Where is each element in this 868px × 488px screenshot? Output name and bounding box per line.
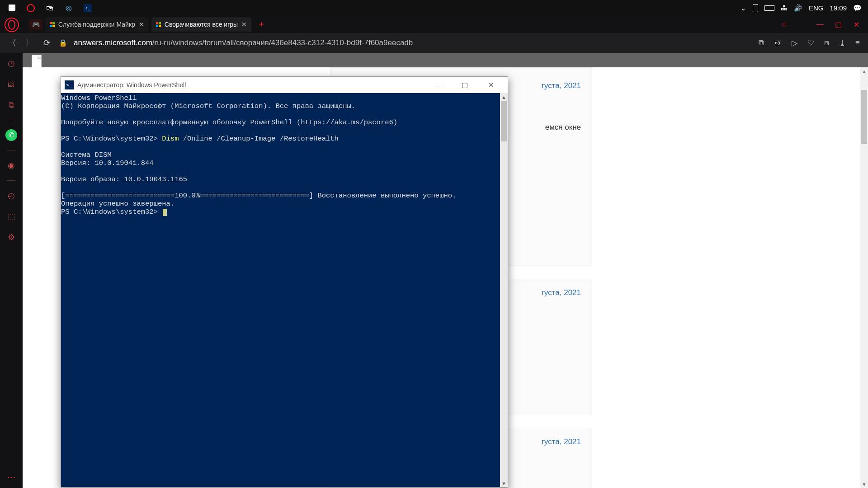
tray-language[interactable]: ENG (809, 4, 824, 12)
window-close-button[interactable]: ✕ (847, 16, 865, 33)
gx-corner-button[interactable]: 🎮 (29, 19, 42, 30)
scroll-down-icon[interactable]: ▼ (500, 479, 508, 487)
ps-line: Операция успешно завершена. (61, 200, 175, 208)
steam-taskbar-icon[interactable]: ◎ (60, 0, 78, 16)
new-tab-button[interactable]: + (255, 18, 268, 31)
page-scrollbar[interactable]: ▲ ▼ (860, 67, 868, 488)
history-icon[interactable]: ◴ (5, 190, 17, 202)
url-host: answers.microsoft.com (74, 38, 152, 47)
easy-setup-icon[interactable]: ≡ (855, 38, 860, 48)
address-bar: 〈 〉 ⟳ 🔒 answers.microsoft.com/ru-ru/wind… (0, 33, 868, 53)
tab-close-icon[interactable]: ✕ (241, 21, 247, 28)
tab-close-icon[interactable]: ✕ (139, 21, 144, 28)
powershell-title: Администратор: Windows PowerShell (77, 81, 186, 89)
tray-phone-icon[interactable] (753, 4, 758, 12)
ps-maximize-button[interactable]: ▢ (452, 77, 478, 93)
url-field[interactable]: 🔒 answers.microsoft.com/ru-ru/windows/fo… (55, 38, 754, 47)
scroll-thumb[interactable] (501, 101, 507, 141)
scroll-down-icon[interactable]: ▼ (860, 480, 868, 488)
browser-sidebar: ◷ 🗂 ⧉ ✆ ◉ ◴ ⬚ ⚙ ⋯ (0, 53, 23, 488)
tray-chevron-icon[interactable]: ⌄ (741, 4, 746, 12)
nav-reload-button[interactable]: ⟳ (38, 34, 55, 52)
twitch-icon[interactable]: ⧉ (5, 99, 17, 111)
tray-notifications-icon[interactable]: 💬 (853, 4, 862, 12)
ps-line: Версия: 10.0.19041.844 (61, 159, 154, 167)
player-icon[interactable]: ◉ (5, 160, 17, 171)
ps-cursor (163, 209, 167, 216)
window-maximize-button[interactable]: ▢ (829, 16, 847, 33)
ps-line: Cистема DISM (61, 151, 112, 159)
document-icon[interactable] (32, 55, 42, 67)
window-minimize-button[interactable]: — (811, 16, 829, 33)
ps-minimize-button[interactable]: — (425, 77, 452, 93)
sidebar-separator (7, 150, 15, 150)
ps-line: Windows PowerShell (61, 94, 137, 102)
powershell-titlebar[interactable]: Администратор: Windows PowerShell — ▢ ✕ (61, 77, 508, 93)
ps-command: Dism (162, 135, 179, 143)
tray-clock[interactable]: 19:09 (830, 4, 847, 12)
opera-menu-button[interactable] (5, 18, 19, 32)
ps-line: (C) Корпорация Майкрософт (Microsoft Cor… (61, 102, 355, 110)
scroll-up-icon[interactable]: ▲ (860, 67, 868, 75)
downloads-icon[interactable]: ⤓ (839, 38, 845, 48)
ps-line: Версия образа: 10.0.19043.1165 (61, 175, 187, 183)
url-path: /ru-ru/windows/forum/all/сворачив/436e84… (152, 38, 413, 47)
tab-forum[interactable]: Сворачиваются все игры ✕ (151, 17, 251, 32)
snapshot-icon[interactable]: ⧉ (759, 38, 764, 48)
ms-favicon-icon (50, 22, 55, 27)
powershell-window: Администратор: Windows PowerShell — ▢ ✕ … (61, 76, 508, 488)
lock-icon: 🔒 (59, 39, 67, 47)
tab-support[interactable]: Служба поддержки Майкр ✕ (45, 17, 149, 32)
nav-back-button[interactable]: 〈 (4, 34, 21, 52)
ms-favicon-icon (156, 22, 161, 27)
settings-icon[interactable]: ⚙ (5, 231, 17, 243)
ps-line: Попробуйте новую кроссплатформенную обол… (61, 118, 397, 127)
ps-args: /Online /Cleanup-Image /RestoreHealth (179, 135, 338, 143)
ps-line: [==========================100.0%=======… (61, 192, 456, 200)
tray-volume-icon[interactable]: 🔊 (794, 4, 802, 12)
sidebar-more-button[interactable]: ⋯ (0, 472, 23, 483)
powershell-icon (65, 80, 74, 89)
sidebar-separator (7, 180, 15, 181)
tab-title: Сворачиваются все игры (165, 21, 238, 28)
windows-taskbar: 🛍 ◎ >_ ⌄ 🖧 🔊 ENG 19:09 💬 (0, 0, 868, 16)
ps-prompt: PS C:\Windows\system32> (61, 135, 162, 143)
ps-scrollbar[interactable]: ▲ ▼ (500, 93, 508, 487)
cube-icon[interactable]: ⧈ (824, 38, 829, 48)
adblock-icon[interactable]: ⦻ (774, 38, 782, 48)
ps-prompt: PS C:\Windows\system32> (61, 208, 162, 216)
extensions-icon[interactable]: ⬚ (5, 211, 17, 222)
nav-forward-button[interactable]: 〉 (21, 34, 38, 52)
powershell-console[interactable]: Windows PowerShell (C) Корпорация Майкро… (61, 93, 508, 487)
start-button[interactable] (3, 0, 21, 16)
workspaces-icon[interactable]: 🗂 (5, 78, 17, 90)
scroll-up-icon[interactable]: ▲ (500, 93, 508, 101)
ps-close-button[interactable]: ✕ (478, 77, 504, 93)
tab-strip: 🎮 Служба поддержки Майкр ✕ Сворачиваются… (0, 16, 868, 33)
send-icon[interactable]: ▷ (792, 38, 797, 48)
tab-title: Служба поддержки Майкр (58, 21, 135, 28)
speed-dial-icon[interactable]: ◷ (5, 57, 17, 69)
powershell-taskbar-icon[interactable]: >_ (79, 0, 97, 16)
scroll-thumb[interactable] (861, 90, 867, 144)
tabstrip-search-icon[interactable]: ⌕ (782, 19, 787, 28)
tray-network-icon[interactable]: 🖧 (781, 4, 788, 12)
whatsapp-icon[interactable]: ✆ (5, 129, 17, 141)
store-taskbar-icon[interactable]: 🛍 (41, 0, 59, 16)
bookmark-icon[interactable]: ♡ (807, 38, 814, 48)
sidebar-separator (7, 120, 15, 120)
opera-taskbar-icon[interactable] (22, 0, 40, 16)
tray-battery-icon[interactable] (764, 5, 774, 11)
